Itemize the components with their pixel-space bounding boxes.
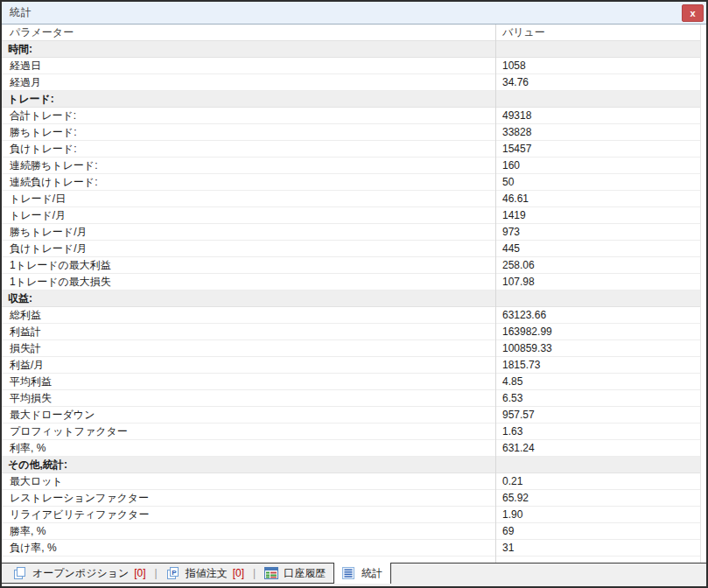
row-value: 0.21 [495,473,700,489]
account-history-table-icon [264,567,278,579]
table-row: 平均損失 6.53 [2,390,700,407]
section-value-cell [495,91,700,107]
row-parameter: 利率, % [2,440,495,456]
row-parameter: 利益計 [2,324,495,340]
table-row: 経過日 1058 [2,58,700,74]
tab-count: [0] [134,567,145,579]
column-header-value: バリュー [495,24,700,40]
tab-count: [0] [233,567,244,579]
row-value: 4.85 [495,374,700,389]
tab-pending-orders[interactable]: P 指値注文[0] [158,564,252,583]
row-parameter: プロフィットファクター [2,424,495,439]
table-row: 勝率, % 69 [2,523,700,540]
table-row: 連続勝ちトレード: 160 [2,158,700,174]
row-parameter: 総利益 [2,307,495,323]
table-row: 利益/月 1815.73 [2,357,700,374]
table-row: 利率, % 631.24 [2,440,700,457]
section-value-cell [495,41,700,57]
table-row: レストレーションファクター 65.92 [2,490,700,507]
row-value: 1058 [495,58,700,74]
row-parameter: 負けトレード: [2,141,495,157]
table-row: 負けトレード: 15457 [2,141,700,158]
row-parameter: 負け率, % [2,540,495,556]
close-icon[interactable]: x [682,4,704,22]
row-value: 15457 [495,141,700,157]
row-value: 973 [495,224,700,240]
row-parameter: 連続負けトレード: [2,174,495,190]
table-row: 最大ロット 0.21 [2,473,700,490]
row-parameter: 平均利益 [2,374,495,389]
row-parameter: 1トレードの最大利益 [2,257,495,273]
row-parameter: 負けトレード/月 [2,241,495,256]
tab-open-positions[interactable]: オープンポジション [0] [5,564,154,583]
statistics-table: パラメーター バリュー 時間: 経過日 1058 経過月 34.76 トレード:… [2,24,706,563]
svg-text:P: P [172,569,177,577]
table-row: 連続負けトレード: 50 [2,174,700,191]
row-value: 33828 [495,124,700,140]
title-bar: 統計 x [2,2,706,24]
row-value: 34.76 [495,74,700,90]
statistics-list-icon [342,567,356,579]
table-row: 利益計 163982.99 [2,324,700,340]
row-parameter: レストレーションファクター [2,490,495,506]
table-row: 平均利益 4.85 [2,374,700,390]
row-value: 46.61 [495,191,700,206]
table-rows: 時間: 経過日 1058 経過月 34.76 トレード: 合計トレード: 493… [2,41,706,556]
row-value: 69 [495,523,700,539]
row-parameter: 勝ちトレード/月 [2,224,495,240]
row-parameter: 損失計 [2,340,495,356]
row-parameter: トレード/月 [2,207,495,223]
tab-label: 指値注文 [186,566,228,581]
section-label: 収益: [2,290,495,306]
tab-label: オープンポジション [32,566,129,581]
row-parameter: 合計トレード: [2,108,495,123]
table-row: プロフィットファクター 1.63 [2,424,700,440]
row-parameter: 最大ドローダウン [2,407,495,423]
row-value: 160 [495,158,700,173]
row-value: 31 [495,540,700,556]
tab-account-history[interactable]: 口座履歴 [256,564,333,583]
vertical-scrollbar[interactable] [700,24,706,563]
row-parameter: トレード/日 [2,191,495,206]
row-value: 1815.73 [495,357,700,373]
section-label: その他,統計: [2,457,495,472]
row-value: 107.98 [495,274,700,290]
tab-label: 口座履歴 [284,566,326,581]
table-row: 損失計 100859.33 [2,340,700,357]
row-value: 1.90 [495,507,700,522]
section-label: 時間: [2,41,495,57]
row-parameter: 最大ロット [2,473,495,489]
column-divider [495,24,496,563]
row-value: 957.57 [495,407,700,423]
row-parameter: 経過月 [2,74,495,90]
row-value: 163982.99 [495,324,700,340]
table-row: 負け率, % 31 [2,540,700,556]
row-value: 631.24 [495,440,700,456]
table-row: 負けトレード/月 445 [2,241,700,257]
window-title: 統計 [10,5,32,20]
section-value-cell [495,290,700,306]
section-value-cell [495,457,700,472]
section-header-row: 時間: [2,41,700,58]
row-parameter: 利益/月 [2,357,495,373]
row-value: 100859.33 [495,340,700,356]
tab-statistics[interactable]: 統計 [333,563,391,584]
table-row: トレード/月 1419 [2,207,700,224]
section-header-row: トレード: [2,91,700,108]
row-parameter: 経過日 [2,58,495,74]
row-value: 258.06 [495,257,700,273]
row-parameter: リライアビリティファクター [2,507,495,522]
row-value: 63123.66 [495,307,700,323]
documents-p-icon: P [166,567,180,579]
statistics-window: 統計 x パラメーター バリュー 時間: 経過日 1058 経過月 34.76 … [0,0,708,588]
section-label: トレード: [2,91,495,107]
section-header-row: 収益: [2,290,700,307]
row-value: 1.63 [495,424,700,439]
table-row: 1トレードの最大利益 258.06 [2,257,700,274]
row-value: 50 [495,174,700,190]
tab-strip: オープンポジション [0] | P 指値注文[0] | [2,564,391,584]
table-row: 最大ドローダウン 957.57 [2,407,700,424]
row-value: 6.53 [495,390,700,406]
row-parameter: 勝ちトレード: [2,124,495,140]
row-value: 1419 [495,207,700,223]
